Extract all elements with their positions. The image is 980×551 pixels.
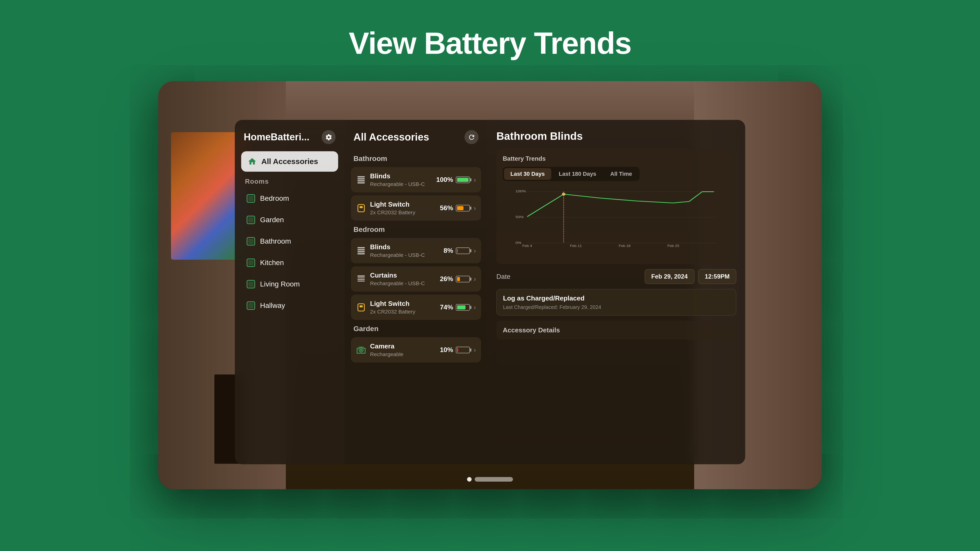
time-value-badge[interactable]: 12:59PM (698, 269, 736, 284)
sidebar: HomeBatteri... All Accessories Rooms (235, 120, 345, 464)
battery-trend-chart: 100% 50% 0% (515, 189, 720, 248)
svg-rect-19 (358, 249, 365, 250)
bathroom-ls-bar (456, 205, 470, 211)
lightswitch-icon (356, 203, 366, 213)
hallway-icon (246, 301, 256, 310)
chart-container: 100% 50% 0% (503, 186, 730, 258)
bedroom-ls-icon-wrapper (356, 302, 366, 313)
garden-camera-item[interactable]: Camera Rechargeable 10% › (351, 337, 481, 362)
hallway-label: Hallway (260, 302, 285, 310)
bedroom-blinds-name: Blinds (370, 243, 440, 251)
all-accessories-button[interactable]: All Accessories (241, 151, 338, 171)
curtains-icon-wrapper (356, 274, 366, 284)
svg-rect-25 (358, 281, 365, 281)
svg-rect-5 (248, 239, 254, 244)
bedroom-curtains-item[interactable]: Curtains Rechargeable - USB-C 26% › (351, 266, 481, 292)
blinds-icon-wrapper (356, 175, 366, 185)
svg-rect-21 (358, 253, 365, 254)
bathroom-ls-fill (457, 206, 463, 210)
sidebar-item-bathroom[interactable]: Bathroom (240, 232, 339, 251)
bathroom-ls-type: 2x CR2032 Battery (370, 210, 436, 216)
bedroom-curtains-info: Curtains Rechargeable - USB-C (370, 272, 436, 286)
garden-label: Garden (260, 216, 284, 224)
bathroom-ls-battery: 56% (440, 204, 470, 212)
svg-text:100%: 100% (515, 189, 526, 193)
date-value-badge[interactable]: Feb 29, 2024 (645, 269, 694, 284)
bedroom-blinds-info: Blinds Rechargeable - USB-C (370, 243, 440, 258)
bathroom-blinds-type: Rechargeable - USB-C (370, 181, 432, 187)
bedroom-curtains-bar (456, 276, 470, 283)
bedroom-ls-pct: 74% (440, 303, 453, 311)
sidebar-item-kitchen[interactable]: Kitchen (240, 253, 339, 272)
battery-trends-section: Battery Trends Last 30 Days Last 180 Day… (496, 149, 736, 264)
bedroom-ls-fill (457, 305, 466, 310)
bedroom-blinds-icon-wrapper (356, 246, 366, 256)
date-label: Date (496, 273, 641, 281)
tab-all-time[interactable]: All Time (604, 168, 638, 180)
detail-title: Bathroom Blinds (496, 130, 736, 144)
svg-rect-24 (358, 279, 365, 280)
garden-camera-name: Camera (370, 342, 436, 350)
rooms-label: Rooms (240, 174, 339, 187)
bedroom-blinds-bar (456, 248, 470, 254)
log-charged-button[interactable]: Log as Charged/Replaced Last Charged/Rep… (496, 289, 736, 316)
sidebar-item-garden[interactable]: Garden (240, 210, 339, 230)
garden-section-label: Garden (350, 322, 482, 335)
bedroom-curtains-pct: 26% (440, 275, 453, 283)
svg-point-37 (562, 192, 566, 196)
bedroom-ls-type: 2x CR2032 Battery (370, 309, 436, 315)
main-panel: HomeBatteri... All Accessories Rooms (235, 120, 745, 464)
bathroom-icon (246, 237, 256, 246)
log-btn-label: Log as Charged/Replaced (503, 294, 730, 302)
bathroom-ls-name: Light Switch (370, 200, 436, 208)
battery-trends-label: Battery Trends (503, 155, 730, 162)
sidebar-item-bedroom[interactable]: Bedroom (240, 189, 339, 208)
refresh-button[interactable] (465, 130, 479, 144)
bedroom-blinds-fill (457, 249, 458, 253)
bathroom-ls-pct: 56% (440, 204, 453, 212)
bathroom-ls-chevron: › (474, 204, 476, 212)
page-dot-1[interactable] (467, 477, 472, 482)
living-room-label: Living Room (260, 280, 300, 288)
garden-camera-fill (457, 348, 458, 352)
svg-rect-15 (358, 182, 365, 183)
bedroom-section-label: Bedroom (350, 223, 482, 236)
all-accessories-label: All Accessories (261, 157, 318, 166)
bathroom-blinds-item[interactable]: Blinds Rechargeable - USB-C 100% › (351, 167, 481, 192)
refresh-icon (468, 133, 476, 141)
svg-rect-1 (248, 196, 254, 201)
sidebar-item-living-room[interactable]: Living Room (240, 275, 339, 294)
page-indicator (467, 477, 513, 482)
settings-button[interactable] (321, 130, 336, 144)
svg-text:Feb 18: Feb 18 (619, 244, 631, 248)
svg-text:Feb 25: Feb 25 (667, 244, 679, 248)
garden-camera-battery: 10% (440, 346, 470, 354)
page-scroll-bar[interactable] (475, 477, 513, 482)
lightswitch-icon-wrapper (356, 203, 366, 213)
log-btn-sublabel: Last Charged/Replaced: February 29, 2024 (503, 304, 730, 310)
sidebar-item-hallway[interactable]: Hallway (240, 296, 339, 315)
garden-camera-pct: 10% (440, 346, 453, 354)
date-row: Date Feb 29, 2024 12:59PM (496, 269, 736, 284)
accessories-title: All Accessories (353, 131, 429, 143)
app-window: HomeBatteri... All Accessories Rooms (158, 81, 822, 489)
garden-camera-type: Rechargeable (370, 351, 436, 357)
page-title: View Battery Trends (349, 25, 632, 61)
bedroom-blinds-item[interactable]: Blinds Rechargeable - USB-C 8% › (351, 238, 481, 263)
tab-last-180-days[interactable]: Last 180 Days (552, 168, 603, 180)
svg-text:0%: 0% (515, 241, 522, 245)
tab-last-30-days[interactable]: Last 30 Days (504, 168, 551, 180)
sidebar-header: HomeBatteri... (240, 130, 339, 149)
bathroom-blinds-bar (456, 176, 470, 183)
bathroom-lightswitch-item[interactable]: Light Switch 2x CR2032 Battery 56% › (351, 195, 481, 221)
blinds-icon (356, 175, 366, 185)
accessory-details-section: Accessory Details (496, 321, 736, 340)
bathroom-label: Bathroom (260, 237, 291, 245)
bedroom-ls-item[interactable]: Light Switch 2x CR2032 Battery 74% › (351, 295, 481, 320)
bathroom-section-label: Bathroom (350, 152, 482, 165)
bedroom-ls-chevron: › (474, 303, 476, 311)
bathroom-blinds-chevron: › (474, 176, 476, 184)
bathroom-blinds-pct: 100% (436, 176, 453, 184)
svg-rect-17 (360, 206, 363, 208)
garden-icon (246, 215, 256, 224)
